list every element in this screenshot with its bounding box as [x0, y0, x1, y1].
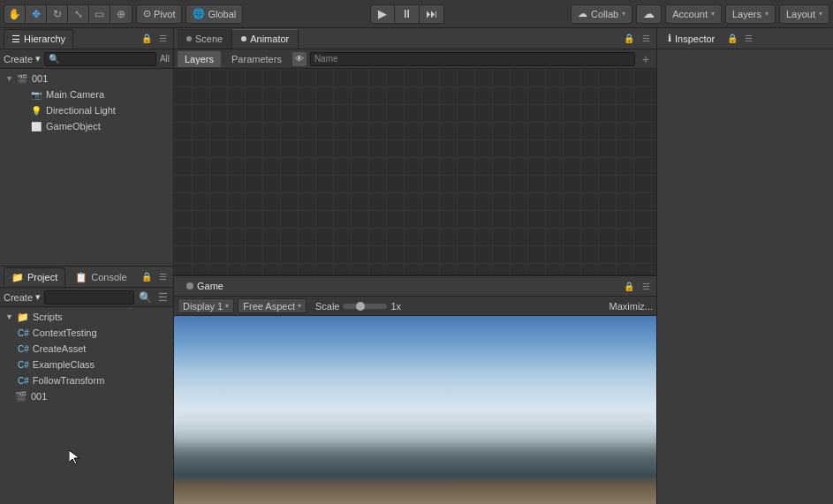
project-item-createasset[interactable]: C# CreateAsset: [0, 341, 173, 357]
game-aspect-dropdown[interactable]: Free Aspect ▾: [238, 298, 307, 313]
project-view-btn[interactable]: ☰: [155, 290, 170, 305]
project-create-arrow: ▾: [35, 291, 41, 303]
scene-tab-actions: 🔒 ☰: [622, 32, 653, 46]
animator-tab[interactable]: Animator: [232, 29, 299, 49]
inspector-lock-btn[interactable]: 🔒: [725, 32, 739, 46]
scene-menu-btn[interactable]: ☰: [639, 32, 653, 46]
project-menu-btn[interactable]: ☰: [155, 270, 170, 284]
hierarchy-item-label-directional-light: Directional Light: [46, 105, 116, 116]
step-btn[interactable]: ⏭: [420, 4, 444, 24]
hierarchy-item-directional-light[interactable]: ▶ 💡 Directional Light: [0, 102, 173, 118]
project-filter-btn[interactable]: 🔍: [138, 290, 152, 305]
layout-dropdown[interactable]: Layout ▾: [779, 4, 829, 24]
game-aspect-arrow: ▾: [298, 302, 301, 310]
scene-lock-btn[interactable]: 🔒: [622, 32, 636, 46]
hierarchy-item-001[interactable]: ▼ 🎬 001: [0, 71, 173, 87]
project-item-label-scripts: Scripts: [33, 312, 63, 322]
project-item-contexttesting[interactable]: C# ContextTesting: [0, 325, 173, 341]
layers-dropdown[interactable]: Layers ▾: [725, 4, 776, 24]
hierarchy-create-btn[interactable]: Create ▾: [4, 53, 41, 64]
game-scale-slider[interactable]: [343, 304, 387, 309]
scene-tab[interactable]: Scene: [178, 29, 232, 49]
translate-tool-btn[interactable]: ✥: [26, 4, 47, 24]
project-label: Project: [27, 272, 57, 282]
game-display-label: Display 1: [183, 301, 223, 312]
anim-layers-tab[interactable]: Layers: [178, 51, 221, 67]
inspector-content: [657, 49, 833, 504]
game-lock-btn[interactable]: 🔒: [622, 279, 636, 293]
anim-params-tab[interactable]: Parameters: [224, 51, 289, 67]
inspector-icon: ℹ: [668, 33, 671, 44]
leaf-001-gameobject: ▶: [19, 122, 28, 131]
game-scale-area: Scale 1x: [315, 301, 401, 312]
collapse-001-icon: ▼: [5, 74, 14, 83]
project-item-001-asset[interactable]: ▶ 🎬 001: [0, 388, 173, 404]
game-tab[interactable]: Game: [178, 276, 232, 296]
hierarchy-search-box[interactable]: 🔍: [44, 52, 156, 66]
cloud-btn[interactable]: ☁: [636, 4, 662, 24]
anim-search-name: Name: [314, 54, 338, 64]
game-sky: [174, 316, 656, 504]
hierarchy-item-label-001: 001: [32, 73, 48, 84]
game-menu-btn[interactable]: ☰: [639, 279, 653, 293]
project-create-btn[interactable]: Create ▾: [4, 291, 41, 303]
project-lock-btn[interactable]: 🔒: [140, 270, 154, 284]
hierarchy-search-icon: 🔍: [49, 54, 59, 64]
scene-tab-dot: [186, 36, 192, 41]
project-create-label: Create: [4, 292, 33, 303]
inspector-menu-btn[interactable]: ☰: [741, 32, 755, 46]
hierarchy-label: Hierarchy: [24, 34, 65, 44]
hierarchy-search-input[interactable]: [62, 54, 152, 64]
rect-tool-btn[interactable]: ▭: [89, 4, 110, 24]
layout-arrow: ▾: [819, 10, 822, 18]
project-item-exampleclass[interactable]: C# ExampleClass: [0, 357, 173, 372]
game-display-dropdown[interactable]: Display 1 ▾: [178, 298, 234, 313]
ct-icon: C#: [18, 328, 29, 338]
project-item-scripts[interactable]: ▼ 📁 Scripts: [0, 309, 173, 325]
anim-add-btn[interactable]: +: [639, 52, 653, 66]
scale-tool-btn[interactable]: ⤡: [68, 4, 89, 24]
hierarchy-lock-btn[interactable]: 🔒: [140, 32, 154, 46]
play-btn[interactable]: ▶: [370, 4, 395, 24]
console-label: Console: [91, 272, 126, 282]
project-item-label-createasset: CreateAsset: [33, 343, 87, 354]
hierarchy-tab[interactable]: ☰ Hierarchy: [4, 29, 73, 49]
game-view[interactable]: [174, 316, 656, 504]
collab-icon: ☁: [578, 8, 587, 19]
hierarchy-item-gameobject[interactable]: ▶ ⬜ GameObject: [0, 118, 173, 134]
project-search-box[interactable]: [44, 290, 134, 305]
pause-btn[interactable]: ⏸: [395, 4, 420, 24]
hierarchy-icon: ☰: [11, 34, 20, 45]
hierarchy-item-main-camera[interactable]: ▶ 📷 Main Camera: [0, 87, 173, 102]
global-btn[interactable]: 🌐 Global: [186, 4, 243, 24]
project-search-input[interactable]: [49, 292, 130, 302]
anim-toggle-btn[interactable]: 👁: [292, 52, 307, 66]
top-toolbar: ✋ ✥ ↻ ⤡ ▭ ⊕ ⊙ Pivot 🌐 Global ▶ ⏸ ⏭ ☁ Col…: [0, 0, 833, 28]
project-item-followtransform[interactable]: C# FollowTransform: [0, 372, 173, 388]
collab-dropdown[interactable]: ☁ Collab ▾: [571, 4, 632, 24]
play-controls: ▶ ⏸ ⏭: [370, 4, 444, 24]
all-tools-btn[interactable]: ⊕: [110, 4, 132, 24]
project-tab[interactable]: 📁 Project: [4, 267, 65, 287]
center-panel: Scene Animator 🔒 ☰ Layers Parameters: [174, 28, 656, 504]
hierarchy-all-btn[interactable]: All: [160, 54, 170, 64]
animator-grid[interactable]: [174, 69, 656, 275]
project-item-label-exampleclass: ExampleClass: [33, 359, 95, 370]
hierarchy-toolbar: Create ▾ 🔍 All: [0, 49, 173, 69]
leaf-001-directional: ▶: [19, 106, 28, 115]
leaf-001-main-camera: ▶: [19, 90, 28, 99]
hand-tool-btn[interactable]: ✋: [4, 4, 26, 24]
inspector-tab[interactable]: ℹ Inspector: [661, 29, 722, 49]
pivot-btn[interactable]: ⊙ Pivot: [136, 4, 182, 24]
game-maximize-btn[interactable]: Maximiz...: [610, 301, 654, 312]
game-scale-value: 1x: [390, 301, 401, 312]
anim-search-box[interactable]: Name: [310, 52, 635, 66]
account-dropdown[interactable]: Account ▾: [665, 4, 722, 24]
console-tab[interactable]: 📋 Console: [67, 267, 134, 287]
hierarchy-menu-btn[interactable]: ☰: [155, 32, 170, 46]
inspector-label: Inspector: [675, 34, 715, 44]
pivot-label: Pivot: [154, 9, 175, 19]
object-icon: ⬜: [31, 122, 43, 132]
rotate-tool-btn[interactable]: ↻: [47, 4, 68, 24]
anim-params-label: Parameters: [231, 54, 282, 64]
